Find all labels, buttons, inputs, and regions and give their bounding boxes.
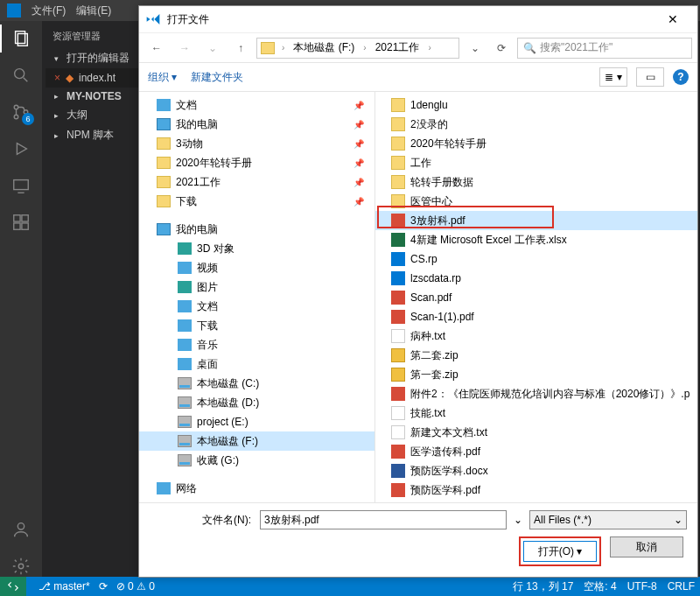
search-icon[interactable] — [10, 65, 32, 86]
pin-icon: 📌 — [354, 139, 364, 149]
folder-tree[interactable]: 文档📌我的电脑📌3动物📌2020年轮转手册📌2021工作📌下载📌我的电脑3D 对… — [139, 92, 375, 502]
dialog-body: 文档📌我的电脑📌3动物📌2020年轮转手册📌2021工作📌下载📌我的电脑3D 对… — [139, 92, 697, 502]
cancel-button[interactable]: 取消 — [610, 536, 683, 557]
preview-button[interactable]: ▭ — [636, 67, 664, 87]
filename-input[interactable] — [260, 510, 507, 529]
git-branch[interactable]: ⎇ master* — [38, 580, 90, 592]
folder-icon — [391, 98, 405, 112]
file-item[interactable]: 轮转手册数据 — [375, 172, 697, 192]
svg-point-4 — [14, 105, 18, 109]
file-item[interactable]: 医学遗传科.pdf — [375, 442, 697, 461]
breadcrumb-dropdown[interactable]: ⌄ — [463, 37, 487, 60]
eol[interactable]: CRLF — [668, 580, 695, 592]
tree-item[interactable]: project (E:) — [139, 412, 374, 431]
extensions-icon[interactable] — [10, 212, 32, 233]
sidebar-outline[interactable]: ▸大纲 — [42, 105, 138, 125]
file-list[interactable]: 1denglu2没录的2020年轮转手册工作轮转手册数据医管中心3放射科.pdf… — [375, 92, 697, 502]
file-item[interactable]: 附件2：《住院医师规范化培训内容与标准（2020修订）》.p — [375, 384, 697, 403]
help-button[interactable]: ? — [673, 69, 689, 85]
problems[interactable]: ⊘ 0 ⚠ 0 — [116, 580, 155, 592]
close-icon[interactable]: × — [54, 72, 60, 84]
tree-item[interactable]: 2020年轮转手册📌 — [139, 153, 374, 172]
rp-icon — [391, 252, 405, 266]
file-item[interactable]: CS.rp — [375, 249, 697, 269]
tree-item[interactable]: 视频 — [139, 258, 374, 277]
view-mode-button[interactable]: ≣ ▾ — [599, 67, 627, 87]
sidebar-npm[interactable]: ▸NPM 脚本 — [42, 125, 138, 145]
tree-item[interactable]: 本地磁盘 (D:) — [139, 393, 374, 412]
chevron-right-icon[interactable]: › — [426, 43, 432, 53]
breadcrumb-drive[interactable]: 本地磁盘 (F:) — [288, 39, 360, 57]
file-item[interactable]: 新建文本文档.txt — [375, 423, 697, 442]
tree-item[interactable]: 文档📌 — [139, 95, 374, 115]
file-item[interactable]: 2没录的 — [375, 115, 697, 134]
filename-dropdown[interactable]: ⌄ — [512, 514, 524, 526]
organize-button[interactable]: 组织 ▾ — [148, 70, 177, 85]
pdf-icon — [391, 387, 405, 401]
file-item[interactable]: 1denglu — [375, 95, 697, 115]
tree-item[interactable]: 图片 — [139, 277, 374, 297]
file-item[interactable]: 证件.zip — [375, 500, 697, 502]
file-item[interactable]: Scan.pdf — [375, 288, 697, 307]
refresh-button[interactable]: ⟳ — [489, 37, 514, 60]
open-button[interactable]: 打开(O) ▾ — [523, 541, 597, 562]
tree-item[interactable]: 我的电脑 — [139, 220, 374, 239]
tree-item[interactable]: 我的电脑📌 — [139, 115, 374, 134]
file-item[interactable]: 4新建 Microsoft Excel 工作表.xlsx — [375, 230, 697, 249]
file-item[interactable]: 技能.txt — [375, 403, 697, 423]
recent-dropdown[interactable]: ⌄ — [200, 37, 225, 60]
search-input[interactable]: 🔍 搜索"2021工作" — [517, 38, 692, 59]
tree-item[interactable]: 3动物📌 — [139, 134, 374, 153]
sidebar-open-editors[interactable]: ▾打开的编辑器 — [42, 48, 138, 68]
file-item[interactable]: 医管中心 — [375, 192, 697, 211]
file-item[interactable]: lzscdata.rp — [375, 269, 697, 288]
file-item[interactable]: 2020年轮转手册 — [375, 134, 697, 153]
close-button[interactable]: ✕ — [655, 12, 690, 26]
remote-indicator[interactable] — [0, 577, 26, 596]
file-item[interactable]: 预防医学科.pdf — [375, 480, 697, 500]
file-item[interactable]: Scan-1(1).pdf — [375, 307, 697, 326]
tree-item[interactable]: 本地磁盘 (F:) — [139, 431, 374, 451]
menu-edit[interactable]: 编辑(E) — [76, 4, 111, 18]
encoding[interactable]: UTF-8 — [627, 580, 657, 592]
up-button[interactable]: ↑ — [228, 37, 253, 60]
file-item[interactable]: 第一套.zip — [375, 365, 697, 384]
tree-item[interactable]: 下载📌 — [139, 192, 374, 211]
sync-icon[interactable]: ⟳ — [99, 580, 108, 592]
file-item[interactable]: 工作 — [375, 153, 697, 172]
editor-tab[interactable]: ×◆index.ht — [46, 68, 138, 88]
chevron-right-icon[interactable]: › — [280, 43, 286, 53]
chevron-right-icon[interactable]: › — [361, 43, 368, 53]
file-item[interactable]: 病种.txt — [375, 326, 697, 346]
tree-item[interactable]: 本地磁盘 (C:) — [139, 374, 374, 393]
remote-icon[interactable] — [10, 175, 32, 196]
settings-icon[interactable] — [10, 556, 32, 577]
tree-item[interactable]: 收藏 (G:) — [139, 451, 374, 470]
source-control-icon[interactable]: 6 — [10, 102, 32, 123]
tree-item[interactable]: 桌面 — [139, 354, 374, 374]
file-filter[interactable]: All Files (*.*)⌄ — [529, 510, 687, 529]
file-item[interactable]: 第二套.zip — [375, 346, 697, 365]
new-folder-button[interactable]: 新建文件夹 — [191, 70, 243, 85]
debug-icon[interactable] — [10, 138, 32, 159]
file-item[interactable]: 3放射科.pdf — [375, 211, 697, 230]
tree-item[interactable]: 文档 — [139, 297, 374, 316]
breadcrumb[interactable]: › 本地磁盘 (F:) › 2021工作 › — [256, 38, 459, 59]
tree-item[interactable]: 音乐 — [139, 335, 374, 354]
tree-item[interactable]: 网络 — [139, 479, 374, 498]
sidebar-my-notes[interactable]: ▸MY-NOTES — [42, 88, 138, 105]
file-item-label: 医管中心 — [410, 194, 452, 209]
tree-item[interactable]: 3D 对象 — [139, 239, 374, 258]
tree-item[interactable]: 2021工作📌 — [139, 172, 374, 192]
indent[interactable]: 空格: 4 — [584, 579, 616, 594]
breadcrumb-folder[interactable]: 2021工作 — [370, 39, 425, 57]
menu-file[interactable]: 文件(F) — [32, 4, 66, 18]
explorer-icon[interactable] — [10, 28, 32, 49]
cursor-position[interactable]: 行 13，列 17 — [513, 579, 573, 594]
file-item[interactable]: 预防医学科.docx — [375, 461, 697, 480]
tree-item[interactable]: 下载 — [139, 316, 374, 335]
account-icon[interactable] — [10, 519, 32, 540]
forward-button[interactable]: → — [172, 37, 197, 60]
zip-icon — [391, 348, 405, 362]
back-button[interactable]: ← — [144, 37, 169, 60]
